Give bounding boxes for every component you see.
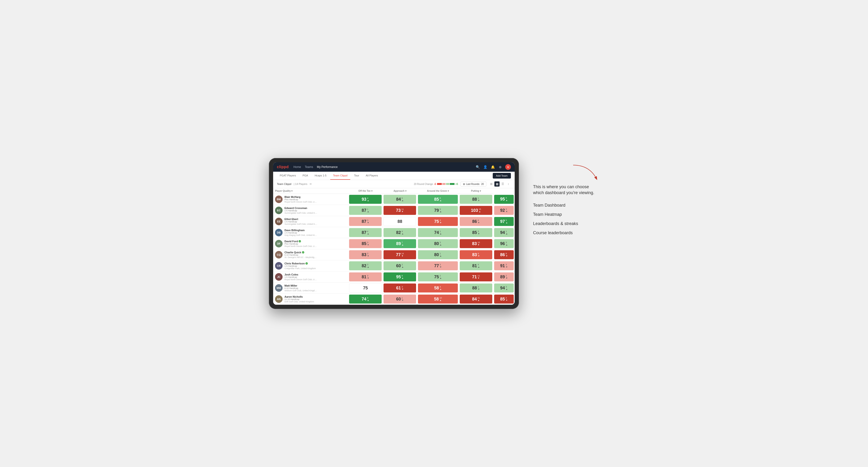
metric-change: 3▼: [367, 219, 369, 224]
metric-change: 1▲: [440, 253, 442, 257]
player-handicap: 1-5 Handicap: [284, 265, 316, 267]
metric-score: 82: [396, 230, 401, 235]
search-icon[interactable]: 🔍: [475, 164, 480, 169]
col-around-green[interactable]: Around the Green ▾: [417, 188, 459, 194]
metric-score: 74: [362, 297, 366, 302]
player-cell[interactable]: DF David Ford ✓ Plus Handicap Royal Nort…: [273, 238, 348, 249]
table-row: DB Dave Billingham 1-5 Handicap Gog Mago…: [273, 227, 515, 238]
annotation-course-leaderboards: Course leaderboards: [533, 230, 599, 236]
last-rounds-value: 20: [481, 183, 484, 185]
last-rounds-button[interactable]: ⊞ Last Rounds: 20: [460, 182, 486, 187]
nav-home[interactable]: Home: [293, 164, 301, 169]
metric-change: 4▲: [367, 230, 369, 235]
metric-score: 58: [434, 286, 439, 290]
nav-icons: 🔍 👤 🔔 ⊕ U: [475, 164, 511, 170]
metric-cell: 96 3▲: [493, 238, 515, 249]
col-off-tee[interactable]: Off the Tee ▾: [348, 188, 382, 194]
metric-change: 4▲: [478, 264, 480, 268]
player-club: Gog Magog Golf Club, United Kingdom: [284, 234, 317, 236]
metric-cell: 82 3▲: [348, 260, 382, 272]
metric-score: 61: [396, 286, 401, 290]
last-rounds-label: Last Rounds:: [466, 183, 480, 185]
player-avatar: DF: [275, 240, 283, 247]
tab-tour[interactable]: Tour: [351, 172, 362, 180]
metric-change: 2▲: [401, 264, 404, 268]
player-cell[interactable]: CR Chris Robertson ✓ 1-5 Handicap Craigm…: [273, 260, 348, 272]
tab-all-players[interactable]: All Players: [363, 172, 381, 180]
col-player-quality[interactable]: Player Quality ▾: [273, 188, 348, 194]
player-table: Player Quality ▾ Off the Tee ▾ Approach …: [273, 188, 515, 305]
table-row: DF David Ford ✓ Plus Handicap Royal Nort…: [273, 238, 515, 249]
round-change: 20 Round Change -5 +5: [414, 183, 458, 185]
player-cell[interactable]: BM Blair McHarg Plus Handicap Royal Nort…: [273, 194, 348, 205]
metric-change: 3▼: [367, 253, 369, 257]
metric-change: 3▼: [367, 242, 369, 246]
person-icon[interactable]: 👤: [483, 164, 488, 169]
nav-my-performance[interactable]: My Performance: [317, 164, 338, 169]
ipad-frame: clippd Home Teams My Performance 🔍 👤 🔔 ⊕…: [269, 158, 519, 309]
player-info: Dave Billingham 1-5 Handicap Gog Magog G…: [284, 229, 317, 236]
player-cell[interactable]: JC Josh Coles 1-5 Handicap Royal North D…: [273, 272, 348, 283]
player-club: Sunningdale Golf Club, United Kingdom: [284, 223, 317, 225]
player-cell[interactable]: EE Elliot Ebert 1-5 Handicap Sunningdale…: [273, 216, 348, 227]
metric-cell: 83 10▼: [459, 238, 493, 249]
tab-team-clippd[interactable]: Team Clippd: [330, 172, 350, 180]
player-club: Woburn Golf Club, United Kingdom: [284, 289, 317, 292]
table-row: BM Blair McHarg Plus Handicap Royal Nort…: [273, 194, 515, 205]
player-info: Elliot Ebert 1-5 Handicap Sunningdale Go…: [284, 218, 317, 225]
view-heatmap-button[interactable]: ▦: [494, 181, 500, 187]
tab-pgat-players[interactable]: PGAT Players: [277, 172, 299, 180]
bell-icon[interactable]: 🔔: [490, 164, 495, 169]
player-cell[interactable]: DB Dave Billingham 1-5 Handicap Gog Mago…: [273, 227, 348, 238]
verified-icon: ✓: [305, 262, 308, 264]
avatar[interactable]: U: [505, 164, 511, 170]
view-list-button[interactable]: ☰: [500, 181, 505, 187]
player-name: Aaron Nicholls: [284, 295, 314, 298]
metric-change: 1▲: [506, 230, 508, 235]
metric-change: 1▼: [401, 297, 404, 302]
metric-score: 84: [396, 197, 401, 202]
metric-change: 2▲: [440, 275, 442, 279]
player-cell[interactable]: AN Aaron Nicholls 11-15 Handicap Drift G…: [273, 294, 348, 305]
player-club: St. George's Hill GC - Weybridge - Surre…: [284, 256, 317, 258]
tab-pga[interactable]: PGA: [300, 172, 311, 180]
nav-teams[interactable]: Teams: [305, 164, 313, 169]
player-name: Edward Crossman: [284, 207, 317, 210]
player-avatar: EE: [275, 218, 283, 225]
metric-change: 4▲: [401, 230, 404, 235]
view-more-button[interactable]: ↕: [506, 181, 511, 187]
player-info: Edward Crossman 1-5 Handicap Sunningdale…: [284, 207, 317, 214]
player-avatar: EC: [275, 207, 283, 214]
add-team-button[interactable]: Add Team: [493, 173, 511, 179]
annotation-items: Team Dashboard Team Heatmap Leaderboards…: [533, 203, 599, 236]
metric-change: 3▼: [440, 264, 442, 268]
metric-cell: 88: [382, 216, 417, 227]
player-cell[interactable]: CQ Charlie Quick ✓ 6-10 Handicap St. Geo…: [273, 249, 348, 260]
metric-score: 58: [434, 297, 439, 302]
metric-cell: 85 3▼: [459, 227, 493, 238]
tab-hcaps[interactable]: Hcaps 1-5: [312, 172, 329, 180]
metric-score: 60: [396, 263, 401, 269]
metric-score: 86: [472, 219, 477, 224]
metric-score: 87: [362, 208, 366, 213]
edit-icon[interactable]: ✏: [310, 183, 312, 186]
col-putting[interactable]: Putting ▾: [459, 188, 493, 194]
toolbar: Team Clippd | 14 Players ✏ 20 Round Chan…: [273, 180, 515, 188]
metric-score: 77: [434, 263, 439, 269]
metric-change: 3▼: [401, 286, 404, 290]
settings-icon[interactable]: ⊕: [498, 164, 503, 169]
player-avatar: AN: [275, 295, 283, 303]
metric-cell: 61 3▼: [382, 283, 417, 294]
metric-change: 4▲: [367, 197, 369, 201]
player-cell[interactable]: EC Edward Crossman 1-5 Handicap Sunningd…: [273, 205, 348, 216]
metric-score: 94: [500, 230, 505, 235]
col-approach[interactable]: Approach ▾: [382, 188, 417, 194]
table-container: Player Quality ▾ Off the Tee ▾ Approach …: [273, 188, 515, 305]
view-grid-button[interactable]: ⊞: [489, 181, 494, 187]
player-cell[interactable]: MM Matt Miller 6-10 Handicap Woburn Golf…: [273, 283, 348, 294]
metric-score: 85: [500, 297, 505, 302]
metric-change: 3▼: [440, 219, 442, 224]
player-handicap: 11-15 Handicap: [284, 298, 314, 301]
metric-change: 8▲: [440, 197, 442, 201]
table-row: JC Josh Coles 1-5 Handicap Royal North D…: [273, 272, 515, 283]
